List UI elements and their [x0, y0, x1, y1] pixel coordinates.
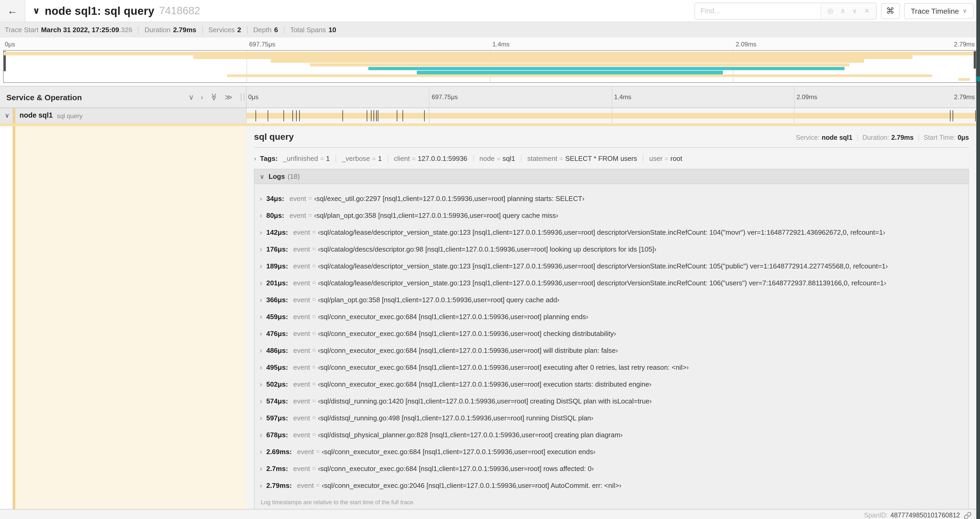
duration-label: Duration: [862, 134, 889, 141]
log-field-value: ‹sql/plan_opt.go:358 [nsql1,client=127.0… [318, 295, 559, 303]
logs-count: (18) [288, 172, 300, 180]
log-expand-icon[interactable]: › [260, 346, 262, 354]
equals-sign: = [312, 262, 316, 270]
duration-value: 2.79ms [891, 134, 913, 141]
span-row[interactable]: ∨ node sql1 sql query [0, 108, 980, 123]
tags-expand-icon[interactable]: › [254, 155, 256, 163]
log-row[interactable]: ›486μs:event=‹sql/conn_executor_exec.go:… [259, 342, 963, 359]
timeline-tick-label: 0μs [5, 41, 15, 48]
log-expand-icon[interactable]: › [260, 279, 262, 287]
log-row[interactable]: ›366μs:event=‹sql/plan_opt.go:358 [nsql1… [259, 291, 963, 308]
log-expand-icon[interactable]: › [260, 363, 262, 371]
log-expand-icon[interactable]: › [260, 447, 262, 455]
span-row-name-column[interactable]: ∨ node sql1 sql query [0, 108, 247, 123]
log-marker-tick [975, 110, 976, 121]
log-row[interactable]: ›597μs:event=‹sql/distsql_running.go:498… [259, 409, 963, 426]
log-timestamp: 2.79ms: [266, 481, 292, 489]
log-row[interactable]: ›201μs:event=‹sql/catalog/lease/descript… [259, 274, 963, 291]
minimap-canvas[interactable] [3, 50, 976, 83]
prev-result-icon[interactable]: ∧ [840, 7, 845, 14]
trace-minimap: 0μs697.75μs1.4ms2.09ms2.79ms [0, 37, 980, 86]
collapse-one-icon[interactable]: ∨ [189, 93, 194, 101]
log-row[interactable]: ›176μs:event=‹sql/catalog/descs/descript… [259, 241, 963, 257]
log-timestamp: 176μs: [266, 245, 288, 253]
log-row[interactable]: ›34μs:event=‹sql/exec_util.go:2297 [nsql… [259, 190, 963, 207]
log-expand-icon[interactable]: › [260, 465, 262, 472]
collapse-all-icon[interactable]: ≫ [210, 93, 218, 101]
stat-trace-start: Trace Start March 31 2022, 17:25:09.326 [5, 26, 132, 34]
log-expand-icon[interactable]: › [260, 329, 262, 337]
log-field-value: ‹sql/conn_executor_exec.go:684 [nsql1,cl… [318, 465, 594, 472]
log-field-key: event [293, 279, 310, 287]
log-row[interactable]: ›495μs:event=‹sql/conn_executor_exec.go:… [259, 359, 963, 375]
detail-span-title: sql query [254, 132, 294, 142]
log-row[interactable]: ›142μs:event=‹sql/catalog/lease/descript… [259, 224, 963, 241]
log-row[interactable]: ›2.69ms:event=‹sql/conn_executor_exec.go… [259, 443, 963, 460]
log-expand-icon[interactable]: › [260, 380, 262, 388]
divider [138, 26, 139, 34]
tags-row[interactable]: › Tags: _unfinished=1_verbose=1client=12… [254, 155, 969, 163]
tag-value: root [670, 155, 682, 163]
logs-header[interactable]: ∨ Logs (18) [255, 169, 969, 184]
find-group: ◎∧∨✕ [695, 2, 877, 19]
log-expand-icon[interactable]: › [260, 313, 262, 320]
log-expand-icon[interactable]: › [260, 245, 262, 253]
clear-icon[interactable]: ✕ [864, 7, 870, 14]
equals-sign: = [312, 397, 316, 404]
log-marker-tick [293, 110, 293, 121]
view-selector-button[interactable]: Trace Timeline ∨ [904, 3, 974, 19]
timeline-gridline [429, 86, 430, 108]
tag-value: 1 [378, 155, 382, 163]
column-resizer-grip[interactable] [241, 93, 245, 101]
log-expand-icon[interactable]: › [260, 481, 262, 489]
locate-icon[interactable]: ◎ [827, 7, 834, 14]
log-row[interactable]: ›189μs:event=‹sql/catalog/lease/descript… [259, 257, 963, 274]
log-expand-icon[interactable]: › [260, 194, 262, 202]
log-row[interactable]: ›502μs:event=‹sql/conn_executor_exec.go:… [259, 375, 963, 393]
top-bar: ← ∨ node sql1: sql query 7418682 ◎∧∨✕ ⌘ … [0, 0, 980, 22]
span-row-timeline[interactable] [247, 108, 976, 123]
tag-value: 127.0.0.1:59936 [418, 155, 467, 163]
log-timestamp: 34μs: [266, 194, 284, 202]
minimap-span-bar [4, 52, 974, 55]
log-expand-icon[interactable]: › [260, 228, 262, 236]
log-field-value: ‹sql/conn_executor_exec.go:684 [nsql1,cl… [318, 363, 689, 371]
back-arrow-icon: ← [7, 5, 18, 17]
back-button[interactable]: ← [0, 0, 25, 22]
log-row[interactable]: ›80μs:event=‹sql/plan_opt.go:358 [nsql1,… [259, 207, 963, 224]
next-result-icon[interactable]: ∨ [852, 7, 857, 14]
minimap-tick-labels: 0μs697.75μs1.4ms2.09ms2.79ms [3, 41, 976, 49]
log-row[interactable]: ›459μs:event=‹sql/conn_executor_exec.go:… [259, 308, 963, 325]
view-selector-label: Trace Timeline [911, 6, 959, 15]
minimap-right-scrub-handle[interactable] [974, 51, 976, 69]
logs-collapse-icon[interactable]: ∨ [260, 173, 264, 180]
log-row[interactable]: ›2.7ms:event=‹sql/conn_executor_exec.go:… [259, 460, 963, 477]
log-expand-icon[interactable]: › [260, 211, 262, 219]
log-field-key: event [293, 397, 310, 405]
log-row[interactable]: ›476μs:event=‹sql/conn_executor_exec.go:… [259, 325, 963, 342]
log-expand-icon[interactable]: › [260, 414, 262, 422]
log-expand-icon[interactable]: › [260, 295, 262, 303]
keyboard-shortcuts-button[interactable]: ⌘ [881, 3, 900, 19]
log-marker-tick [296, 110, 297, 121]
equals-sign: = [316, 482, 320, 489]
log-expand-icon[interactable]: › [260, 262, 262, 270]
service-operation-header: Service & Operation ∨›≫≫ [0, 86, 247, 108]
trace-collapse-icon[interactable]: ∨ [33, 5, 40, 16]
expand-one-icon[interactable]: › [201, 93, 203, 101]
log-row[interactable]: ›678μs:event=‹sql/distsql_physical_plann… [259, 426, 963, 443]
log-row[interactable]: ›2.79ms:event=‹sql/conn_executor_exec.go… [259, 477, 963, 494]
log-field-value: ‹sql/conn_executor_exec.go:2046 [nsql1,c… [322, 481, 622, 489]
log-expand-icon[interactable]: › [260, 397, 262, 405]
log-field-key: event [293, 295, 310, 303]
minimap-span-bar [193, 55, 913, 59]
log-field-value: ‹sql/distsql_running.go:498 [nsql1,clien… [318, 414, 593, 422]
log-row[interactable]: ›574μs:event=‹sql/distsql_running.go:142… [259, 393, 963, 409]
log-expand-icon[interactable]: › [260, 431, 262, 439]
find-input[interactable] [695, 3, 821, 19]
equals-sign: = [372, 155, 376, 162]
span-collapse-icon[interactable]: ∨ [5, 112, 10, 119]
copy-link-icon[interactable] [964, 511, 972, 519]
expand-all-icon[interactable]: ≫ [225, 93, 232, 101]
log-timestamp: 80μs: [266, 211, 284, 219]
